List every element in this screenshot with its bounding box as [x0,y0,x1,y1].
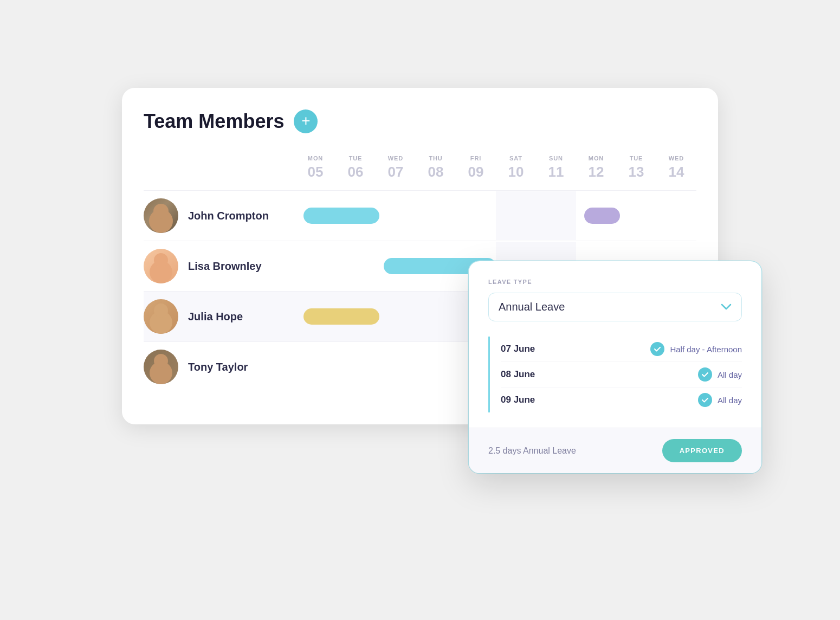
tony-day-2 [335,343,376,391]
tony-day-1 [295,343,335,391]
date-option-3[interactable]: All day [698,393,742,407]
header-name-spacer [144,155,295,190]
date-label-1: 07 June [501,344,535,354]
chevron-down-icon [721,301,732,313]
lisa-day-1 [295,242,335,290]
lisa-name: Lisa Brownley [188,260,262,273]
julia-name-cell: Julia Hope [144,292,295,341]
tony-name-cell: Tony Taylor [144,342,295,392]
page-title: Team Members [144,110,284,133]
day-header-fri09: FRI 09 [456,155,496,190]
julia-day-1 [295,292,335,341]
day-header-tue06: TUE 06 [335,155,376,190]
tony-day-4 [416,343,456,391]
leave-type-dropdown[interactable]: Annual Leave [488,293,742,321]
lisa-day-4 [416,242,456,290]
julia-name: Julia Hope [188,311,243,323]
john-name-cell: John Crompton [144,191,295,241]
leave-popup: LEAVE TYPE Annual Leave 07 June [469,261,761,473]
calendar-day-headers: MON 05 TUE 06 WED 07 THU 08 FRI 09 [144,155,696,190]
john-days [295,191,696,241]
john-day-4 [416,191,456,240]
date-item-2: 08 June All day [501,361,742,387]
add-team-member-button[interactable]: + [294,109,318,133]
day-header-thu08: THU 08 [416,155,456,190]
plus-icon: + [301,113,310,128]
popup-footer: 2.5 days Annual Leave APPROVED [469,428,761,473]
john-day-8 [576,191,616,240]
calendar-card: Team Members + MON 05 TUE 06 WED [122,88,718,424]
lisa-avatar [144,249,178,283]
check-icon-3 [698,393,712,407]
lisa-name-cell: Lisa Brownley [144,241,295,291]
day-header-wed14: WED 14 [656,155,696,190]
julia-day-3 [376,292,416,341]
date-item-1: 07 June Half day - Afternoon [501,337,742,361]
john-day-10 [656,191,696,240]
day-header-wed07: WED 07 [376,155,416,190]
john-day-6 [496,191,536,240]
lisa-day-2 [335,242,376,290]
calendar-header: Team Members + [144,109,696,133]
john-day-5 [456,191,496,240]
date-option-2[interactable]: All day [698,367,742,382]
date-option-text-1: Half day - Afternoon [670,345,742,354]
check-icon-2 [698,367,712,382]
date-label-2: 08 June [501,369,535,380]
tony-avatar [144,350,178,384]
john-name: John Crompton [188,210,269,222]
day-header-mon12: MON 12 [576,155,616,190]
check-icon-1 [650,342,664,356]
date-label-3: 09 June [501,395,535,405]
john-day-1 [295,191,335,240]
john-day-2 [335,191,376,240]
member-row-john: John Crompton [144,190,696,241]
day-header-sun11: SUN 11 [536,155,576,190]
john-day-3 [376,191,416,240]
tony-name: Tony Taylor [188,361,248,373]
approved-button[interactable]: APPROVED [662,439,742,462]
date-option-1[interactable]: Half day - Afternoon [650,342,742,356]
julia-day-4 [416,292,456,341]
date-option-text-3: All day [718,396,742,405]
john-day-7 [536,191,576,240]
tony-day-3 [376,343,416,391]
dates-list: 07 June Half day - Afternoon 08 June [488,337,742,412]
lisa-day-3 [376,242,416,290]
day-header-tue13: TUE 13 [616,155,656,190]
date-option-text-2: All day [718,370,742,379]
day-header-sat10: SAT 10 [496,155,536,190]
john-day-9 [616,191,656,240]
day-header-mon05: MON 05 [295,155,335,190]
john-avatar [144,198,178,233]
leave-summary: 2.5 days Annual Leave [488,446,576,456]
date-item-3: 09 June All day [501,387,742,412]
leave-type-label: LEAVE TYPE [488,279,742,285]
julia-day-2 [335,292,376,341]
julia-avatar [144,299,178,334]
leave-type-value: Annual Leave [499,301,565,313]
popup-content: LEAVE TYPE Annual Leave 07 June [469,261,761,412]
